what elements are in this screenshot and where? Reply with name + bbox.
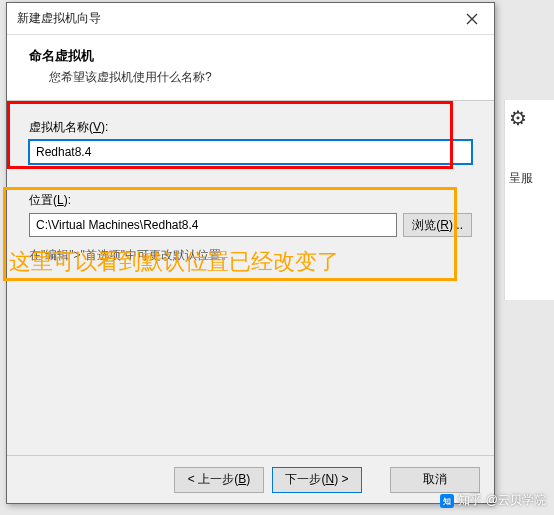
browse-button[interactable]: 浏览(R)... xyxy=(403,213,472,237)
wizard-content: 虚拟机名称(V): 位置(L): 浏览(R)... 在"编辑">"首选项"中可更… xyxy=(7,101,494,455)
watermark-text: 知乎 @云贝学院 xyxy=(458,492,546,509)
window-title: 新建虚拟机向导 xyxy=(17,10,101,27)
vm-name-input[interactable] xyxy=(29,140,472,164)
location-label: 位置(L): xyxy=(29,192,472,209)
watermark: 知 知乎 @云贝学院 xyxy=(440,492,546,509)
vm-name-group: 虚拟机名称(V): xyxy=(29,119,472,164)
page-subtitle: 您希望该虚拟机使用什么名称? xyxy=(29,69,472,86)
location-input[interactable] xyxy=(29,213,397,237)
wizard-dialog: 新建虚拟机向导 命名虚拟机 您希望该虚拟机使用什么名称? 虚拟机名称(V): 位… xyxy=(6,2,495,504)
svg-text:知: 知 xyxy=(442,496,451,505)
wizard-header: 命名虚拟机 您希望该虚拟机使用什么名称? xyxy=(7,35,494,101)
zhihu-icon: 知 xyxy=(440,494,454,508)
page-title: 命名虚拟机 xyxy=(29,47,472,65)
background-panel-snippet: ⚙ 呈服 xyxy=(504,100,554,300)
location-row: 浏览(R)... xyxy=(29,213,472,237)
wizard-footer: < 上一步(B) 下一步(N) > 取消 xyxy=(7,455,494,503)
vm-name-label: 虚拟机名称(V): xyxy=(29,119,472,136)
back-button[interactable]: < 上一步(B) xyxy=(174,467,264,493)
close-icon xyxy=(466,13,478,25)
titlebar: 新建虚拟机向导 xyxy=(7,3,494,35)
annotation-text: 这里可以看到默认位置已经改变了 xyxy=(9,247,339,277)
next-button[interactable]: 下一步(N) > xyxy=(272,467,362,493)
close-button[interactable] xyxy=(450,3,494,35)
cancel-button[interactable]: 取消 xyxy=(390,467,480,493)
